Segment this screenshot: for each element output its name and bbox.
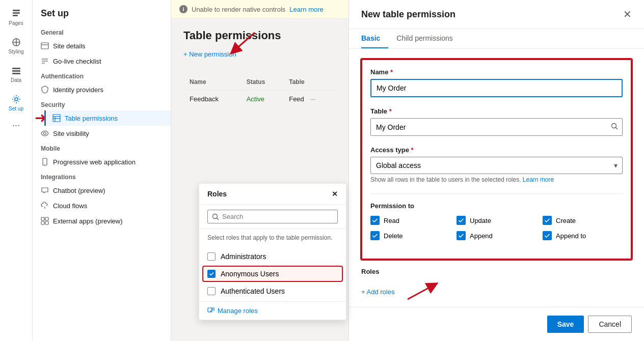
create-checkbox[interactable]	[543, 216, 552, 225]
append-to-label: Append to	[556, 232, 586, 240]
append-checkbox[interactable]	[457, 231, 466, 240]
section-security: Security	[33, 97, 171, 110]
name-input[interactable]	[370, 79, 623, 97]
nav-pages[interactable]: Pages	[4, 4, 29, 31]
cancel-button[interactable]: Cancel	[588, 316, 632, 333]
external-link-icon	[207, 307, 214, 315]
access-type-required: *	[411, 146, 414, 154]
permission-to-label: Permission to	[370, 202, 623, 210]
update-label: Update	[470, 217, 491, 224]
access-type-label: Access type *	[370, 146, 623, 154]
add-roles-button[interactable]: + Add roles	[361, 288, 394, 296]
tab-child-permissions[interactable]: Child permissions	[396, 29, 461, 48]
roles-description: Select roles that apply to the table per…	[199, 229, 346, 246]
info-icon: i	[179, 5, 187, 13]
append-to-checkbox[interactable]	[543, 231, 552, 240]
nav-more[interactable]: ···	[12, 120, 20, 131]
anonymous-users-checkbox[interactable]	[207, 270, 216, 278]
sidebar-item-go-live[interactable]: Go-live checklist	[33, 53, 171, 69]
row-status: Active	[240, 90, 283, 108]
learn-more-access-link[interactable]: Learn more	[523, 176, 554, 183]
row-name: Feedback	[183, 90, 240, 108]
sidebar-item-table-permissions[interactable]: Table permissions	[44, 110, 171, 126]
svg-rect-21	[41, 217, 44, 220]
delete-label: Delete	[384, 232, 403, 240]
svg-rect-5	[12, 70, 20, 72]
read-checkbox[interactable]	[370, 216, 380, 225]
nav-setup[interactable]: Set up	[4, 90, 29, 116]
arrow-indicator	[224, 30, 265, 55]
roles-popup-close-button[interactable]: ✕	[332, 190, 338, 198]
svg-rect-0	[13, 10, 20, 11]
svg-point-17	[44, 132, 46, 135]
sidebar-item-site-details[interactable]: Site details	[33, 38, 171, 53]
divider	[370, 193, 623, 194]
close-panel-button[interactable]: ✕	[623, 8, 632, 20]
roles-section: Roles + Add roles	[361, 268, 632, 302]
panel-footer: Save Cancel	[349, 307, 644, 341]
access-type-select[interactable]: Global access	[370, 157, 623, 174]
sidebar-item-cloud-flows[interactable]: Cloud flows	[33, 198, 171, 213]
perm-delete: Delete	[370, 231, 450, 240]
save-button[interactable]: Save	[547, 316, 584, 333]
table-label: Table *	[370, 107, 623, 115]
svg-rect-8	[41, 43, 48, 49]
manage-roles-label: Manage roles	[218, 307, 258, 315]
manage-roles-button[interactable]: Manage roles	[199, 301, 346, 320]
nav-data[interactable]: Data	[4, 61, 29, 88]
permissions-table: Name Status Table Feedback Active Feed ·…	[183, 74, 336, 108]
sidebar-item-chatbot[interactable]: Chatbot (preview)	[33, 183, 171, 198]
col-name: Name	[183, 74, 240, 90]
update-checkbox[interactable]	[457, 216, 466, 225]
permissions-grid: Read Update Create	[370, 216, 623, 240]
table-input[interactable]	[371, 119, 607, 135]
role-item-anonymous-users[interactable]: Anonymous Users	[203, 267, 342, 281]
left-navigation: Pages Styling Data Set up ···	[0, 0, 33, 341]
search-input[interactable]	[222, 213, 333, 220]
sidebar: Set up General Site details Go-live chec…	[33, 0, 171, 341]
sidebar-item-external-apps[interactable]: External apps (preview)	[33, 213, 171, 229]
svg-rect-6	[12, 73, 20, 74]
section-integrations: Integrations	[33, 169, 171, 183]
panel-title: New table permission	[361, 9, 455, 20]
section-general: General	[33, 25, 171, 38]
roles-search-area	[199, 205, 346, 229]
search-table-icon[interactable]	[607, 119, 622, 135]
tab-basic[interactable]: Basic	[361, 29, 388, 48]
svg-point-19	[44, 164, 45, 165]
row-more-button[interactable]: ···	[310, 95, 315, 103]
perm-create: Create	[543, 216, 623, 225]
access-type-select-wrapper: Global access	[370, 157, 623, 174]
row-table: Feed ···	[283, 90, 336, 108]
add-roles-arrow	[403, 281, 438, 302]
svg-point-28	[612, 124, 616, 128]
administrators-label: Administrators	[221, 252, 266, 261]
administrators-checkbox[interactable]	[207, 252, 216, 261]
sidebar-item-pwa[interactable]: Progressive web application	[33, 154, 171, 169]
name-label: Name *	[370, 68, 623, 76]
learn-more-link[interactable]: Learn more	[289, 6, 323, 13]
create-label: Create	[556, 217, 576, 224]
svg-rect-2	[13, 15, 18, 16]
section-authentication: Authentication	[33, 69, 171, 82]
section-mobile: Mobile	[33, 141, 171, 154]
right-panel: New table permission ✕ Basic Child permi…	[348, 0, 644, 341]
authenticated-users-checkbox[interactable]	[207, 287, 216, 295]
table-input-wrapper	[370, 118, 623, 136]
perm-append-to: Append to	[543, 231, 623, 240]
sidebar-item-site-visibility[interactable]: Site visibility	[33, 126, 171, 141]
roles-popup: Roles ✕ Select roles that apply to the t…	[199, 183, 346, 320]
nav-styling[interactable]: Styling	[4, 33, 29, 59]
col-status: Status	[240, 74, 283, 90]
sidebar-item-identity-providers[interactable]: Identity providers	[33, 82, 171, 97]
anonymous-users-label: Anonymous Users	[221, 270, 279, 278]
col-table: Table	[283, 74, 336, 90]
role-item-authenticated-users[interactable]: Authenticated Users	[199, 283, 346, 299]
panel-tabs: Basic Child permissions	[349, 29, 644, 49]
delete-checkbox[interactable]	[370, 231, 380, 240]
role-item-administrators[interactable]: Administrators	[199, 248, 346, 265]
svg-rect-22	[45, 217, 48, 220]
panel-body: Name * Table *	[349, 49, 644, 307]
table-field-group: Table *	[370, 107, 623, 136]
authenticated-users-label: Authenticated Users	[221, 287, 285, 295]
